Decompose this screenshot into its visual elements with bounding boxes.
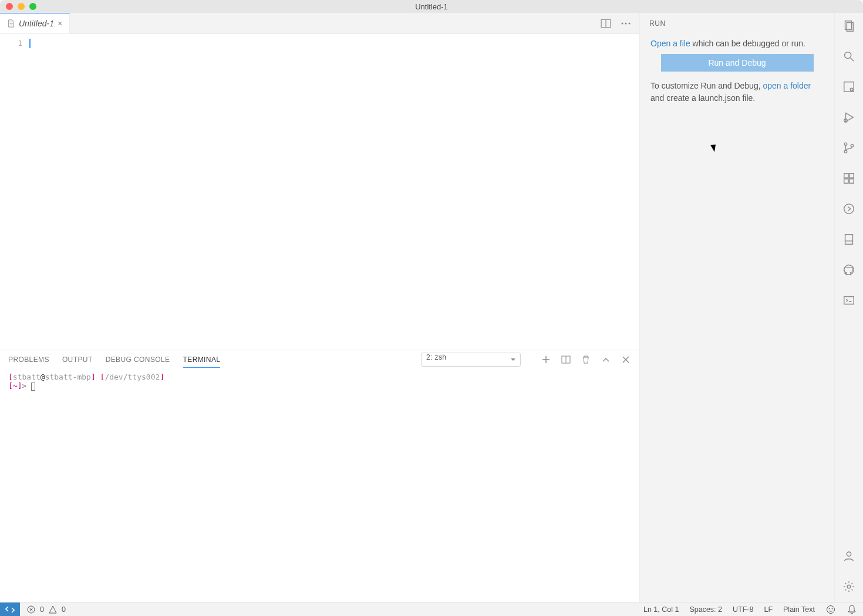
status-problems[interactable]: 0 0 xyxy=(27,605,66,614)
more-actions-icon[interactable] xyxy=(621,18,631,29)
open-file-link[interactable]: Open a file xyxy=(650,39,690,48)
editor-tab-untitled[interactable]: Untitled-1 × xyxy=(0,13,70,33)
status-eol[interactable]: LF xyxy=(764,605,773,614)
editor-tabs: Untitled-1 × xyxy=(0,13,639,34)
svg-point-12 xyxy=(850,88,853,91)
settings-icon[interactable] xyxy=(842,580,856,594)
terminal-prompt-char: > xyxy=(22,381,26,390)
svg-rect-19 xyxy=(849,179,854,183)
activity-bar xyxy=(835,13,863,602)
panel-tabs: PROBLEMS OUTPUT DEBUG CONSOLE TERMINAL 2… xyxy=(0,350,639,369)
open-file-rest: which can be debugged or run. xyxy=(690,39,805,48)
run-and-debug-button[interactable]: Run and Debug xyxy=(661,54,814,72)
split-terminal-icon[interactable] xyxy=(561,354,571,365)
terminal-host: stbatt-mbp xyxy=(45,373,91,381)
explorer-icon[interactable] xyxy=(842,19,856,33)
notifications-icon[interactable] xyxy=(847,604,857,615)
run-panel-title: RUN xyxy=(649,19,666,28)
terminal-cursor xyxy=(31,383,35,391)
close-panel-icon[interactable] xyxy=(621,354,631,365)
svg-point-3 xyxy=(625,22,627,24)
window-controls xyxy=(6,3,36,10)
editor-cursor xyxy=(29,39,31,48)
github-icon[interactable] xyxy=(842,263,856,277)
terminal[interactable]: [stbatt@stbatt-mbp] [/dev/ttys002] [~]> xyxy=(0,369,639,602)
editor-tab-actions xyxy=(601,13,639,33)
source-control-icon[interactable] xyxy=(842,80,856,94)
remote-indicator[interactable] xyxy=(0,603,20,616)
svg-point-2 xyxy=(622,22,623,24)
svg-point-33 xyxy=(832,608,833,609)
status-ln-col[interactable]: Ln 1, Col 1 xyxy=(643,605,679,614)
panel-tab-output[interactable]: OUTPUT xyxy=(62,352,93,367)
status-warnings-count: 0 xyxy=(62,605,66,614)
run-customize-line: To customize Run and Debug, open a folde… xyxy=(650,80,824,104)
account-icon[interactable] xyxy=(842,549,856,563)
svg-point-32 xyxy=(829,608,830,609)
svg-point-14 xyxy=(844,143,847,145)
status-encoding[interactable]: UTF-8 xyxy=(733,605,753,614)
svg-point-4 xyxy=(629,22,631,24)
svg-point-15 xyxy=(844,150,847,153)
run-panel-body: Open a file which can be debugged or run… xyxy=(640,34,834,107)
svg-point-24 xyxy=(844,265,854,275)
new-terminal-icon[interactable] xyxy=(541,354,551,365)
panel-tab-debug-console[interactable]: DEBUG CONSOLE xyxy=(106,352,170,367)
terminal-selector-label: 2: zsh xyxy=(426,353,446,361)
editor-tab-label: Untitled-1 xyxy=(19,19,54,28)
status-spaces[interactable]: Spaces: 2 xyxy=(689,605,722,614)
open-folder-link[interactable]: open a folder xyxy=(763,81,811,90)
panel-action-icons xyxy=(541,354,631,365)
terminal-user: stbatt xyxy=(13,373,41,381)
titlebar: Untitled-1 xyxy=(0,0,863,13)
bottom-panel: PROBLEMS OUTPUT DEBUG CONSOLE TERMINAL 2… xyxy=(0,350,639,602)
run-open-file-line: Open a file which can be debugged or run… xyxy=(650,38,824,49)
kill-terminal-icon[interactable] xyxy=(581,354,591,365)
svg-point-9 xyxy=(845,52,851,59)
editor-column: Untitled-1 × 1 PROBLE xyxy=(0,13,640,602)
close-tab-button[interactable]: × xyxy=(58,19,62,28)
run-icon[interactable] xyxy=(842,110,856,124)
svg-rect-25 xyxy=(844,297,854,304)
status-language[interactable]: Plain Text xyxy=(783,605,815,614)
minimize-window-button[interactable] xyxy=(18,3,25,10)
svg-point-31 xyxy=(827,605,835,613)
search-icon[interactable] xyxy=(842,49,856,63)
editor-content[interactable] xyxy=(29,34,639,350)
run-panel: RUN Open a file which can be debugged or… xyxy=(640,13,835,602)
git-branch-icon[interactable] xyxy=(842,141,856,155)
panel-tab-problems[interactable]: PROBLEMS xyxy=(8,352,49,367)
terminal-selector[interactable]: 2: zsh xyxy=(421,353,521,367)
svg-line-10 xyxy=(851,58,854,62)
todo-icon[interactable] xyxy=(842,232,856,246)
run-panel-header: RUN xyxy=(640,13,834,34)
status-right: Ln 1, Col 1 Spaces: 2 UTF-8 LF Plain Tex… xyxy=(643,604,863,615)
terminal-cwd: ~ xyxy=(13,381,18,390)
terminal-tty: /dev/ttys002 xyxy=(104,373,160,381)
close-window-button[interactable] xyxy=(6,3,13,10)
customize-post: and create a launch.json file. xyxy=(650,93,755,103)
customize-pre: To customize Run and Debug, xyxy=(650,81,763,90)
editor[interactable]: 1 xyxy=(0,34,639,350)
maximize-panel-icon[interactable] xyxy=(601,354,611,365)
panel-tab-terminal[interactable]: TERMINAL xyxy=(183,352,221,368)
window-title: Untitled-1 xyxy=(0,2,863,11)
line-number: 1 xyxy=(0,39,22,48)
zoom-window-button[interactable] xyxy=(29,3,36,10)
svg-point-27 xyxy=(847,585,851,588)
svg-rect-20 xyxy=(849,174,854,178)
svg-point-21 xyxy=(844,204,854,214)
feedback-icon[interactable] xyxy=(825,604,836,615)
extensions-icon[interactable] xyxy=(842,171,856,185)
svg-rect-18 xyxy=(844,179,848,183)
split-editor-icon[interactable] xyxy=(601,18,611,29)
file-icon xyxy=(7,19,15,28)
svg-rect-22 xyxy=(845,235,853,245)
main-area: Untitled-1 × 1 PROBLE xyxy=(0,13,863,602)
svg-point-26 xyxy=(847,552,851,556)
svg-rect-17 xyxy=(844,174,848,178)
remote-explorer-icon[interactable] xyxy=(842,202,856,216)
status-bar: 0 0 Ln 1, Col 1 Spaces: 2 UTF-8 LF Plain… xyxy=(0,602,863,616)
status-errors-count: 0 xyxy=(40,605,44,614)
terminal-icon[interactable] xyxy=(842,293,856,307)
